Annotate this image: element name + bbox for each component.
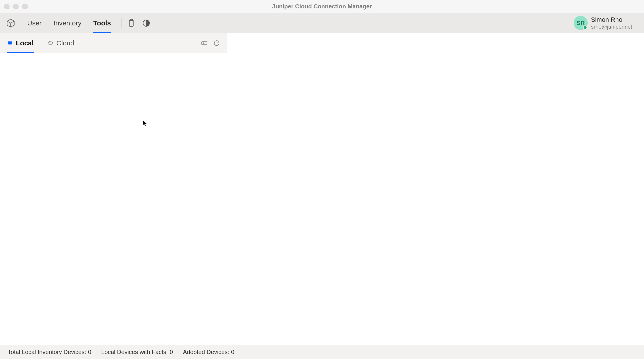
status-total-value: 0 <box>88 349 91 356</box>
status-facts-devices: Local Devices with Facts: 0 <box>101 349 173 356</box>
left-tabbar-actions <box>201 39 227 47</box>
refresh-icon[interactable] <box>213 39 220 47</box>
title-bar: Juniper Cloud Connection Manager <box>0 0 644 13</box>
user-name: Simon Rho <box>591 16 632 23</box>
tab-tools[interactable]: Tools <box>88 13 117 33</box>
app-logo-icon <box>6 18 16 28</box>
sub-tab-cloud-label: Cloud <box>56 39 74 47</box>
status-online-dot <box>583 25 587 29</box>
tab-inventory[interactable]: Inventory <box>48 13 87 33</box>
sub-tab-local-label: Local <box>16 39 34 47</box>
status-adopted-label: Adopted Devices: <box>183 349 229 356</box>
close-window-button[interactable] <box>4 4 10 9</box>
status-total-label: Total Local Inventory Devices: <box>8 349 86 356</box>
toolbar-divider <box>122 18 122 28</box>
tab-tools-label: Tools <box>93 19 111 27</box>
window-traffic-lights <box>0 4 28 9</box>
main-tabs: User Inventory Tools <box>21 13 117 33</box>
left-pane: Local Cloud <box>0 33 227 345</box>
left-tabbar: Local Cloud <box>0 33 227 53</box>
cloud-icon <box>47 40 54 46</box>
avatar: SR <box>574 16 588 30</box>
fullscreen-window-button[interactable] <box>22 4 28 9</box>
svg-rect-7 <box>202 41 207 44</box>
status-bar: Total Local Inventory Devices: 0 Local D… <box>0 345 644 359</box>
svg-rect-5 <box>8 41 12 44</box>
theme-toggle-icon[interactable] <box>142 18 151 28</box>
left-content-area <box>0 53 227 345</box>
body-area: Local Cloud <box>0 33 644 345</box>
tab-user[interactable]: User <box>21 13 48 33</box>
status-adopted-value: 0 <box>231 349 234 356</box>
user-email: srho@juniper.net <box>591 23 632 30</box>
status-total-devices: Total Local Inventory Devices: 0 <box>8 349 91 356</box>
monitor-icon <box>7 40 13 46</box>
toolbar: User Inventory Tools SR <box>0 13 644 33</box>
cursor-pointer-icon <box>142 120 148 127</box>
tab-inventory-label: Inventory <box>53 19 81 27</box>
avatar-initials: SR <box>576 19 585 26</box>
status-adopted-devices: Adopted Devices: 0 <box>183 349 234 356</box>
hide-panel-icon[interactable] <box>201 39 208 47</box>
status-facts-value: 0 <box>170 349 173 356</box>
tab-user-label: User <box>27 19 42 27</box>
window-title: Juniper Cloud Connection Manager <box>0 3 644 10</box>
status-facts-label: Local Devices with Facts: <box>101 349 168 356</box>
sub-tab-cloud[interactable]: Cloud <box>40 33 81 53</box>
svg-rect-6 <box>9 44 11 45</box>
user-menu[interactable]: SR Simon Rho srho@juniper.net <box>574 16 638 30</box>
user-meta: Simon Rho srho@juniper.net <box>591 16 632 30</box>
clipboard-icon[interactable] <box>126 18 136 28</box>
toolbar-actions <box>126 18 151 28</box>
right-pane <box>227 33 644 345</box>
minimize-window-button[interactable] <box>13 4 18 9</box>
sub-tab-local[interactable]: Local <box>0 33 40 53</box>
